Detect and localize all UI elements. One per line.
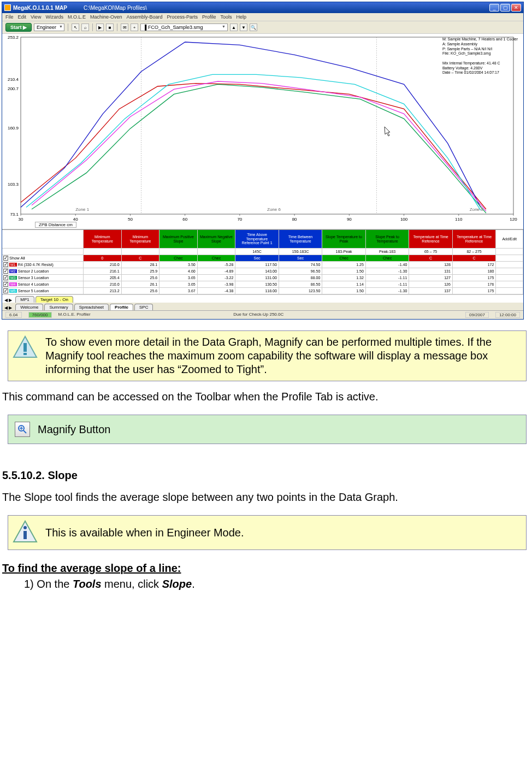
svg-text:120: 120 bbox=[510, 217, 517, 222]
svg-text:Zone 6: Zone 6 bbox=[267, 207, 281, 212]
svg-point-40 bbox=[23, 526, 27, 529]
col-header: Maximum Negative Slope bbox=[198, 230, 236, 249]
status-version: 6.04 bbox=[5, 312, 22, 318]
svg-text:103.3: 103.3 bbox=[8, 182, 19, 187]
tip-icon bbox=[13, 335, 38, 361]
col-header: Add/Edit bbox=[496, 230, 523, 249]
svg-text:30: 30 bbox=[19, 217, 23, 222]
menu-m-o-l-e[interactable]: M.O.L.E bbox=[68, 14, 86, 20]
checkbox[interactable] bbox=[3, 282, 8, 287]
col-header: Slope Temperature to Peak bbox=[322, 230, 366, 249]
window-title-2: C:\MegaKOI\Map Profiles\ bbox=[84, 5, 489, 11]
graph-pane: 73.1103.3160.9200.7210.4253.230405060708… bbox=[2, 34, 523, 229]
procedure-title: To find the average slope of a line: bbox=[2, 562, 525, 575]
tip-box-magnify: To show even more detail in the Data Gra… bbox=[8, 330, 527, 381]
svg-text:200.7: 200.7 bbox=[8, 86, 19, 91]
menu-process-parts[interactable]: Process-Parts bbox=[167, 14, 198, 20]
tool-mag-icon[interactable]: 🔍 bbox=[250, 23, 257, 31]
tab-nav-arrows[interactable]: ◀ ▶ bbox=[4, 305, 12, 310]
svg-text:210.4: 210.4 bbox=[8, 77, 19, 82]
menu-machine-oven[interactable]: Machine-Oven bbox=[90, 14, 122, 20]
menu-assembly-board[interactable]: Assembly-Board bbox=[126, 14, 162, 20]
table-header: Minimum TemperatureMinimum TemperatureMa… bbox=[2, 230, 523, 249]
close-button[interactable]: ✕ bbox=[511, 4, 521, 11]
tip-text: To show even more detail in the Data Gra… bbox=[45, 335, 518, 376]
menu-edit[interactable]: Edit bbox=[18, 14, 27, 20]
magnify-icon[interactable] bbox=[15, 422, 30, 437]
toolbar-ref-box: Magnify Button bbox=[8, 415, 527, 444]
menu-profile[interactable]: Profile bbox=[202, 14, 216, 20]
svg-text:40: 40 bbox=[73, 217, 78, 222]
svg-rect-41 bbox=[23, 531, 27, 539]
col-header: Temperature at Time Reference bbox=[453, 230, 496, 249]
svg-text:70: 70 bbox=[237, 217, 242, 222]
section-heading: 5.5.10.2. Slope bbox=[2, 469, 525, 482]
menu-file[interactable]: File bbox=[5, 14, 14, 20]
titlebar: MegaK.O.I.1.0.1 MAP C:\MegaKOI\Map Profi… bbox=[2, 2, 523, 13]
tool-env-icon[interactable]: ✉ bbox=[121, 23, 128, 31]
maximize-button[interactable]: ▢ bbox=[500, 4, 510, 11]
sheet-tab[interactable]: Target 10 - On bbox=[36, 296, 73, 303]
workspace-tab-spc[interactable]: SPC bbox=[134, 304, 153, 310]
col-header: Minimum Temperature bbox=[122, 230, 160, 249]
tool-plus-icon[interactable]: + bbox=[131, 23, 138, 31]
table-spec-row: 145C150-183C183-PeakPeak-18365 – 7582 – … bbox=[2, 249, 523, 255]
slope-intro: The Slope tool finds the average slope b… bbox=[2, 491, 525, 504]
svg-text:253.2: 253.2 bbox=[8, 35, 19, 40]
start-button[interactable]: Start ▶ bbox=[5, 23, 32, 32]
step-1: 1) On the Tools menu, click Slope. bbox=[24, 578, 525, 590]
table-row: M1R4 (330 4.7K Resist)210.028.13.50-5.28… bbox=[2, 262, 523, 268]
app-icon bbox=[4, 4, 11, 11]
col-header: Slope Peak to Temperature bbox=[366, 230, 410, 249]
status-time: 12:00:00 bbox=[495, 312, 520, 318]
checkbox[interactable] bbox=[3, 275, 8, 280]
mode-select[interactable]: Engineer bbox=[34, 23, 64, 31]
col-header: Time Above Temperature Reference Point 1 bbox=[235, 230, 279, 249]
checkbox[interactable] bbox=[3, 256, 8, 261]
tool-down-icon[interactable]: ▼ bbox=[240, 23, 247, 31]
tool-up-icon[interactable]: ▲ bbox=[230, 23, 238, 31]
workspace-tab-welcome[interactable]: Welcome bbox=[15, 304, 43, 310]
svg-text:50: 50 bbox=[128, 217, 133, 222]
checkbox[interactable] bbox=[3, 288, 8, 293]
checkbox[interactable] bbox=[3, 262, 8, 267]
tab-nav-arrows[interactable]: ◀ ▶ bbox=[4, 298, 12, 303]
access-line: This command can be accessed on the Tool… bbox=[2, 390, 525, 404]
sheet-tab[interactable]: MP1 bbox=[15, 296, 34, 303]
sheet-tabs-row: ◀ ▶MP1Target 10 - On bbox=[2, 294, 523, 303]
svg-text:80: 80 bbox=[292, 217, 297, 222]
tool-play-icon[interactable]: ▶ bbox=[96, 23, 104, 31]
status-date: 09/2007 bbox=[465, 312, 489, 318]
col-header: Time Between Temperature bbox=[279, 230, 323, 249]
col-header: Minimum Temperature bbox=[84, 230, 122, 249]
minimize-button[interactable]: _ bbox=[489, 4, 499, 11]
tool-pointer-icon[interactable]: ↖ bbox=[72, 23, 79, 31]
workspace-tab-profile[interactable]: Profile bbox=[110, 304, 133, 310]
info-box-engineer: This is available when in Engineer Mode. bbox=[8, 515, 527, 550]
workspace-tabs-row: ◀ ▶WelcomeSummarySpreadsheetProfileSPC bbox=[2, 303, 523, 310]
svg-rect-34 bbox=[23, 353, 27, 355]
statusbar: 6.04 760/000 M.O.L.E. Profiler Due for C… bbox=[2, 310, 523, 319]
table-row: M3Sensor 3 Location205.425.63.65-3.22131… bbox=[2, 275, 523, 281]
info-icon bbox=[13, 520, 38, 545]
col-header: Temperature at Time Reference bbox=[409, 230, 453, 249]
workspace-tab-summary[interactable]: Summary bbox=[44, 304, 73, 310]
checkbox[interactable] bbox=[3, 269, 8, 274]
menu-view[interactable]: View bbox=[31, 14, 41, 20]
workspace-tab-spreadsheet[interactable]: Spreadsheet bbox=[74, 304, 109, 310]
magnify-button-label: Magnify Button bbox=[38, 423, 110, 436]
file-select[interactable]: ▐ FCO_Gch_Sample3.smg bbox=[140, 23, 228, 31]
menu-help[interactable]: Help bbox=[237, 14, 247, 20]
svg-text:160.9: 160.9 bbox=[8, 126, 19, 131]
tool-stop-icon[interactable]: ■ bbox=[106, 23, 114, 31]
svg-text:100: 100 bbox=[400, 217, 408, 222]
menu-wizards[interactable]: Wizards bbox=[45, 14, 63, 20]
tool-zoom-icon[interactable]: ⌕ bbox=[81, 23, 89, 31]
table-body: M1R4 (330 4.7K Resist)210.028.13.50-5.28… bbox=[2, 262, 523, 294]
svg-text:60: 60 bbox=[182, 217, 187, 222]
menu-tools[interactable]: Tools bbox=[221, 14, 232, 20]
doc-content: To show even more detail in the Data Gra… bbox=[0, 330, 532, 590]
svg-rect-33 bbox=[23, 343, 27, 352]
window-title-1: MegaK.O.I.1.0.1 MAP bbox=[13, 5, 67, 11]
toolbar: Start ▶ Engineer ↖ ⌕ ▶ ■ ✉ + ▐ FCO_Gch_S… bbox=[2, 21, 523, 34]
